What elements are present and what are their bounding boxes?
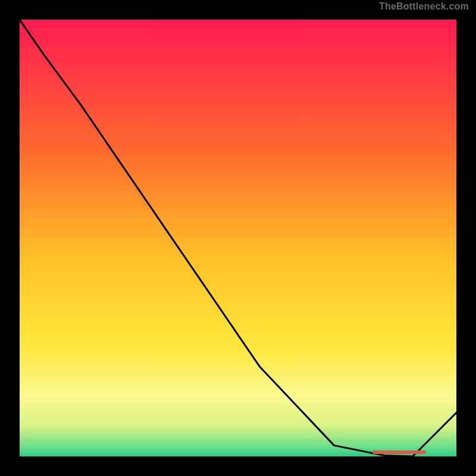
- optimum-marker: [372, 450, 426, 454]
- chart-svg: [20, 20, 456, 456]
- plot-area: [20, 20, 456, 456]
- chart-container: TheBottleneck.com: [0, 0, 476, 476]
- background-gradient: [20, 20, 456, 456]
- attribution-text: TheBottleneck.com: [379, 1, 469, 12]
